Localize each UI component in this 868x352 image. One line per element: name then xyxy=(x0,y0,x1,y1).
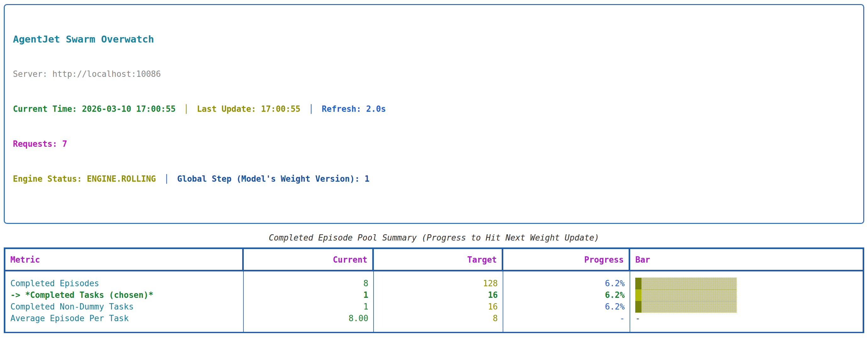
requests-count: Requests: 7 xyxy=(13,139,67,149)
summary-header-current: Current xyxy=(244,249,374,270)
engine-status: Engine Status: ENGINE.ROLLING xyxy=(13,174,156,184)
current-time: Current Time: 2026-03-10 17:00:55 xyxy=(13,104,176,114)
separator: │ xyxy=(309,104,314,114)
current-value-chosen: 1 xyxy=(249,289,369,301)
progress-bar xyxy=(635,289,737,301)
engine-status-line: Engine Status: ENGINE.ROLLING│Global Ste… xyxy=(13,173,855,185)
time-status-line: Current Time: 2026-03-10 17:00:55│Last U… xyxy=(13,103,855,115)
refresh-interval: Refresh: 2.0s xyxy=(322,104,386,114)
progress-bar-row xyxy=(635,301,858,313)
progress-bar xyxy=(635,301,737,313)
progress-value-chosen: 6.2% xyxy=(508,289,624,301)
progress-value: 6.2% xyxy=(508,278,624,289)
target-value: 8 xyxy=(379,313,498,324)
target-value-chosen: 16 xyxy=(379,289,498,301)
metric-label: Average Episode Per Task xyxy=(10,313,238,324)
summary-header-metric: Metric xyxy=(5,249,244,270)
summary-table-header: Metric Current Target Progress Bar xyxy=(5,249,863,271)
metric-label: Completed Episodes xyxy=(10,278,238,289)
summary-column-bar: - xyxy=(630,271,863,332)
progress-bar-fill xyxy=(635,278,642,289)
summary-header-target: Target xyxy=(374,249,503,270)
current-value: 8.00 xyxy=(249,313,369,324)
current-value: 1 xyxy=(249,301,369,313)
progress-bar-row xyxy=(635,278,858,289)
summary-table-title: Completed Episode Pool Summary (Progress… xyxy=(4,232,864,244)
separator: │ xyxy=(184,104,189,114)
metric-label: Completed Non-Dummy Tasks xyxy=(10,301,238,313)
summary-header-bar: Bar xyxy=(630,249,863,270)
progress-bar xyxy=(635,278,737,289)
app-title: AgentJet Swarm Overwatch xyxy=(13,33,855,45)
summary-table: Metric Current Target Progress Bar Compl… xyxy=(4,248,864,333)
progress-value: - xyxy=(508,313,624,324)
bar-placeholder: - xyxy=(635,313,858,324)
progress-value: 6.2% xyxy=(508,301,624,313)
separator: │ xyxy=(164,174,169,184)
summary-column-current: 8 1 1 8.00 xyxy=(244,271,374,332)
summary-header-progress: Progress xyxy=(503,249,630,270)
current-value: 8 xyxy=(249,278,369,289)
global-step: Global Step (Model's Weight Version): 1 xyxy=(177,174,369,184)
metric-label-chosen: -> *Completed Tasks (chosen)* xyxy=(10,289,238,301)
summary-column-metric: Completed Episodes -> *Completed Tasks (… xyxy=(5,271,244,332)
progress-bar-fill-chosen xyxy=(635,289,642,301)
overwatch-header-panel: AgentJet Swarm Overwatch Server: http://… xyxy=(4,4,864,224)
summary-column-target: 128 16 16 8 xyxy=(374,271,503,332)
last-update: Last Update: 17:00:55 xyxy=(197,104,301,114)
progress-bar-row xyxy=(635,289,858,301)
dashboard-page: AgentJet Swarm Overwatch Server: http://… xyxy=(0,0,868,352)
server-url: Server: http://localhost:10086 xyxy=(13,68,855,80)
summary-table-body: Completed Episodes -> *Completed Tasks (… xyxy=(5,271,863,332)
requests-line: Requests: 7 xyxy=(13,138,855,150)
target-value: 128 xyxy=(379,278,498,289)
summary-column-progress: 6.2% 6.2% 6.2% - xyxy=(503,271,630,332)
progress-bar-fill xyxy=(635,301,642,313)
target-value: 16 xyxy=(379,301,498,313)
